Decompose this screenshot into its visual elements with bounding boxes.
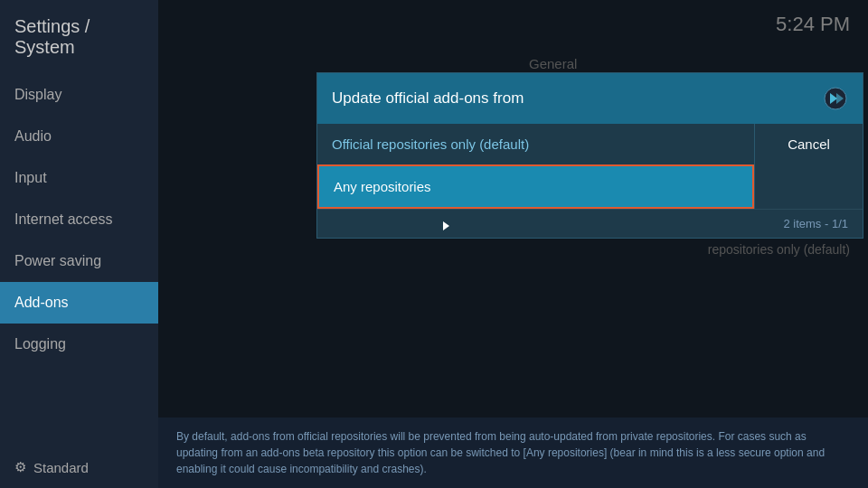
sidebar-standard[interactable]: ⚙ Standard (0, 446, 158, 488)
dialog-title: Update official add-ons from (332, 89, 524, 108)
dialog-body: Official repositories only (default) Any… (317, 124, 863, 209)
sidebar-item-add-ons[interactable]: Add-ons (0, 282, 158, 324)
sidebar-item-internet-access[interactable]: Internet access (0, 199, 158, 240)
update-dialog: Update official add-ons from Official re… (316, 72, 863, 239)
sidebar-item-display[interactable]: Display (0, 74, 158, 116)
dialog-actions: Cancel (754, 124, 863, 209)
sidebar: Settings / System Display Audio Input In… (0, 0, 158, 488)
app-title: Settings / System (0, 0, 158, 74)
sidebar-item-power-saving[interactable]: Power saving (0, 240, 158, 282)
sidebar-item-audio[interactable]: Audio (0, 116, 158, 157)
option-official-only[interactable]: Official repositories only (default) (317, 124, 754, 164)
gear-icon: ⚙ (14, 459, 26, 475)
kodi-icon (823, 86, 848, 111)
sidebar-item-input[interactable]: Input (0, 157, 158, 199)
dialog-header: Update official add-ons from (317, 73, 863, 124)
dialog-options-list: Official repositories only (default) Any… (317, 124, 754, 209)
info-text: By default, add-ons from official reposi… (158, 418, 868, 488)
dialog-footer: 2 items - 1/1 (317, 209, 863, 238)
cancel-button[interactable]: Cancel (755, 124, 863, 164)
option-any-repos[interactable]: Any repositories (317, 164, 754, 209)
sidebar-item-logging[interactable]: Logging (0, 324, 158, 365)
main-content: 5:24 PM General updates automatically re… (158, 0, 868, 488)
